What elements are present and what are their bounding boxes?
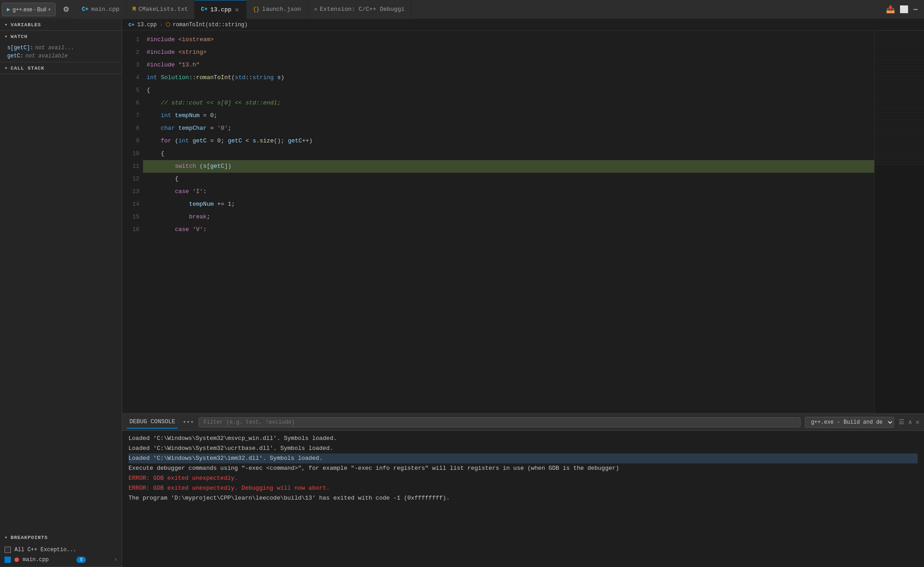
debug-ellipsis[interactable]: ••• <box>182 419 194 426</box>
line-number-12: 12 <box>122 173 139 185</box>
token <box>147 160 175 173</box>
more-icon[interactable]: ⋯ <box>913 5 918 14</box>
token: #include <box>147 46 175 59</box>
code-line-7: int tempNum = 0; <box>143 109 874 122</box>
tab-main-cpp[interactable]: C+main.cpp <box>76 0 126 19</box>
token: : <box>203 185 207 198</box>
token: getC <box>288 135 302 147</box>
bp-main-checkbox[interactable] <box>5 557 11 563</box>
code-line-9: for (int getC = 0; getC < s.size(); getC… <box>143 135 874 147</box>
watch-chevron: ▾ <box>5 33 8 39</box>
debug-filter-input[interactable] <box>199 417 800 427</box>
tab-launch-json[interactable]: {}launch.json <box>247 0 308 19</box>
token: ; <box>214 109 217 122</box>
line-number-9: 9 <box>122 135 139 147</box>
token: : <box>203 223 207 236</box>
run-config-chevron: ▾ <box>48 7 51 12</box>
token <box>147 211 189 223</box>
token: ; <box>231 198 235 211</box>
tab-label-launch-json: launch.json <box>262 6 301 13</box>
token: ( <box>196 160 203 173</box>
sidebar-section-variables: ▾ VARIABLES <box>0 19 122 31</box>
token: 1 <box>228 198 231 211</box>
tab-close-13-cpp[interactable]: ✕ <box>234 6 240 14</box>
breadcrumb: C+ 13.cpp › ⬡ romanToInt(std::string) <box>122 19 924 31</box>
token: ; <box>281 135 285 147</box>
main-layout: ▾ VARIABLES ▾ WATCH s[getC]: not avail..… <box>0 19 924 567</box>
debug-lines-icon[interactable]: ☰ <box>899 418 905 426</box>
token <box>189 223 193 236</box>
token: for <box>161 135 171 147</box>
line-number-7: 7 <box>122 109 139 122</box>
token: ; <box>207 211 210 223</box>
tab-13-cpp[interactable]: C+13.cpp✕ <box>195 0 247 19</box>
token: romanToInt <box>196 71 231 84</box>
token <box>147 109 161 122</box>
line-number-4: 4 <box>122 71 139 84</box>
layout-icon[interactable]: ⬜ <box>900 5 909 14</box>
token: '0' <box>217 122 228 135</box>
callstack-label: CALL STACK <box>11 66 45 71</box>
debug-line: ERROR: GDB exited unexpectedly. <box>129 473 918 483</box>
tab-cmake[interactable]: MCMakeLists.txt <box>126 0 195 19</box>
tab-icon-13-cpp: C+ <box>201 6 207 13</box>
tab-label-ext: Extension: C/C++ Debuggi <box>320 6 405 13</box>
variables-header[interactable]: ▾ VARIABLES <box>0 19 122 30</box>
token <box>175 122 178 135</box>
token: // std::cout << s[0] << std::endl; <box>147 97 281 109</box>
watch-var-val-1: not avail... <box>35 45 74 51</box>
debug-console-tab[interactable]: DEBUG CONSOLE <box>127 416 178 429</box>
download-icon[interactable]: 📥 <box>886 5 895 14</box>
watch-header[interactable]: ▾ WATCH <box>0 31 122 42</box>
code-lines[interactable]: #include <iostream>#include <string>#inc… <box>143 31 874 413</box>
breadcrumb-file-icon: C+ <box>129 22 134 28</box>
breakpoints-label: BREAKPOINTS <box>11 535 48 540</box>
debug-line: Execute debugger commands using "-exec <… <box>129 463 918 473</box>
debug-output: Loaded 'C:\Windows\System32\msvcp_win.dl… <box>122 431 924 567</box>
line-number-15: 15 <box>122 211 139 223</box>
code-line-12: { <box>143 173 874 185</box>
token: { <box>161 147 164 160</box>
variables-label: VARIABLES <box>11 22 41 28</box>
tab-bar: ▶ g++.exe - Buil ▾ ⚙ C+main.cppMCMakeLis… <box>0 0 924 19</box>
token <box>147 147 161 160</box>
tab-ext[interactable]: ≡Extension: C/C++ Debuggi <box>308 0 411 19</box>
debug-line: The program 'D:\myproject\CPP\learn\leec… <box>129 493 918 503</box>
token: s <box>252 135 256 147</box>
debug-line: Loaded 'C:\Windows\System32\imm32.dll'. … <box>129 454 918 463</box>
debug-instance-select[interactable]: g++.exe - Build and de <box>805 417 894 428</box>
minimap-canvas <box>875 31 924 166</box>
breakpoints-header[interactable]: ▾ BREAKPOINTS <box>0 532 122 543</box>
line-number-2: 2 <box>122 46 139 59</box>
line-number-10: 10 <box>122 147 139 160</box>
debug-close-icon[interactable]: ✕ <box>916 418 919 426</box>
watch-item-1: s[getC]: not avail... <box>0 44 122 52</box>
token: < <box>242 135 252 147</box>
bp-expand-icon[interactable]: › <box>114 557 117 563</box>
debug-up-icon[interactable]: ∧ <box>908 418 912 426</box>
token <box>147 173 175 185</box>
code-editor: 12345678910111213141516 #include <iostre… <box>122 31 924 413</box>
line-numbers: 12345678910111213141516 <box>122 31 143 413</box>
debug-console: DEBUG CONSOLE ••• g++.exe - Build and de… <box>122 413 924 567</box>
token: 0 <box>217 135 221 147</box>
token: ) <box>281 71 285 84</box>
run-config-button[interactable]: ▶ g++.exe - Buil ▾ <box>2 3 56 16</box>
token <box>171 109 175 122</box>
callstack-header[interactable]: ▾ CALL STACK <box>0 62 122 74</box>
token: #include <box>147 59 175 71</box>
token: = <box>207 135 217 147</box>
tab-label-cmake: CMakeLists.txt <box>138 6 188 13</box>
code-line-11: switch (s[getC]) <box>143 160 874 173</box>
line-number-16: 16 <box>122 223 139 236</box>
token: [ <box>207 160 210 173</box>
token: char <box>161 122 175 135</box>
token <box>147 122 161 135</box>
code-line-4: int Solution::romanToInt(std::string s) <box>143 71 874 84</box>
token <box>284 135 288 147</box>
watch-var-val-2: not available <box>25 53 68 59</box>
code-line-2: #include <string> <box>143 46 874 59</box>
bp-exceptions-checkbox[interactable] <box>5 547 11 553</box>
tools-button[interactable]: ⚙ <box>59 3 73 15</box>
debug-line: Loaded 'C:\Windows\System32\msvcp_win.dl… <box>129 434 918 444</box>
